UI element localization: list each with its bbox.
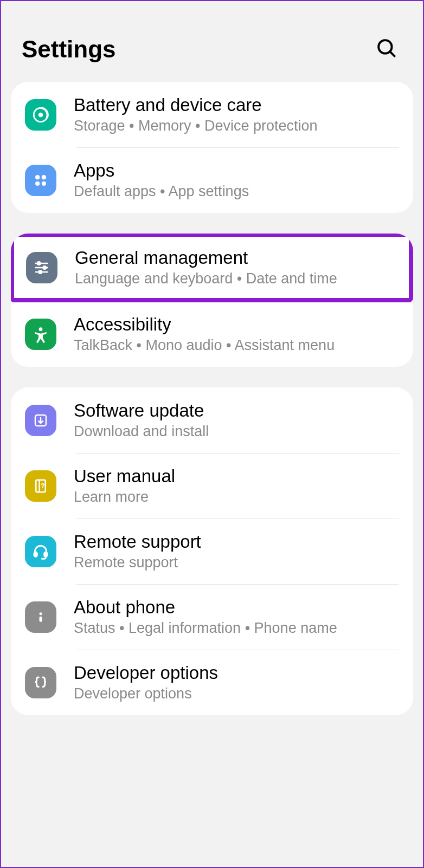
search-button[interactable] — [371, 33, 402, 66]
item-text: User manual Learn more — [74, 466, 399, 506]
svg-point-3 — [38, 112, 43, 117]
item-subtitle: Storage • Memory • Device protection — [74, 118, 399, 134]
manual-icon: ? — [25, 470, 56, 502]
item-title: Accessibility — [74, 314, 399, 335]
item-title: General management — [75, 248, 397, 268]
item-battery-device-care[interactable]: Battery and device care Storage • Memory… — [11, 82, 413, 147]
item-subtitle: Default apps • App settings — [74, 183, 399, 200]
item-title: Remote support — [74, 532, 399, 552]
item-title: Developer options — [74, 663, 399, 683]
svg-rect-20 — [44, 552, 47, 556]
item-about-phone[interactable]: About phone Status • Legal information •… — [11, 584, 413, 650]
page-title: Settings — [22, 36, 116, 63]
item-subtitle: Learn more — [74, 489, 399, 506]
item-accessibility[interactable]: Accessibility TalkBack • Mono audio • As… — [11, 301, 413, 367]
item-subtitle: Download and install — [74, 423, 399, 440]
item-title: Battery and device care — [74, 95, 399, 115]
item-subtitle: Status • Legal information • Phone name — [74, 620, 399, 637]
item-title: Apps — [74, 160, 399, 181]
settings-group: General management Language and keyboard… — [11, 234, 413, 367]
item-title: About phone — [74, 597, 399, 618]
svg-point-11 — [37, 262, 40, 264]
item-text: Apps Default apps • App settings — [74, 160, 399, 200]
svg-point-6 — [35, 181, 40, 185]
svg-rect-23 — [40, 616, 42, 621]
item-apps[interactable]: Apps Default apps • App settings — [11, 147, 413, 213]
item-text: Remote support Remote support — [74, 532, 399, 571]
item-subtitle: TalkBack • Mono audio • Assistant menu — [74, 337, 399, 354]
svg-line-1 — [390, 52, 395, 57]
svg-point-13 — [39, 270, 42, 273]
svg-text:?: ? — [41, 482, 45, 489]
search-icon — [375, 37, 398, 60]
item-text: Battery and device care Storage • Memory… — [74, 95, 399, 134]
item-subtitle: Developer options — [74, 685, 399, 702]
item-text: Accessibility TalkBack • Mono audio • As… — [74, 314, 399, 354]
svg-point-4 — [35, 175, 40, 179]
item-developer-options[interactable]: Developer options Developer options — [11, 650, 413, 715]
item-text: General management Language and keyboard… — [75, 248, 397, 287]
sliders-icon — [26, 252, 57, 283]
svg-point-22 — [40, 612, 42, 615]
item-subtitle: Remote support — [74, 554, 399, 571]
header: Settings — [11, 11, 413, 82]
svg-point-5 — [42, 175, 46, 179]
svg-point-0 — [378, 40, 392, 54]
item-text: Developer options Developer options — [74, 663, 399, 702]
item-text: About phone Status • Legal information •… — [74, 597, 399, 637]
svg-point-12 — [43, 266, 46, 269]
item-title: User manual — [74, 466, 399, 487]
item-general-management[interactable]: General management Language and keyboard… — [14, 237, 409, 298]
svg-rect-19 — [34, 552, 37, 556]
info-icon — [25, 601, 56, 633]
settings-group: Battery and device care Storage • Memory… — [11, 82, 413, 213]
svg-point-14 — [39, 327, 43, 331]
highlight-general-management: General management Language and keyboard… — [11, 234, 413, 302]
item-software-update[interactable]: Software update Download and install — [11, 387, 413, 453]
svg-point-7 — [42, 181, 46, 185]
item-subtitle: Language and keyboard • Date and time — [75, 270, 397, 287]
update-icon — [25, 405, 56, 436]
item-title: Software update — [74, 400, 399, 421]
item-user-manual[interactable]: ? User manual Learn more — [11, 453, 413, 519]
headset-icon — [25, 536, 56, 567]
item-text: Software update Download and install — [74, 400, 399, 440]
braces-icon — [25, 667, 56, 698]
accessibility-icon — [25, 319, 56, 350]
settings-group: Software update Download and install ? U… — [11, 387, 413, 715]
item-remote-support[interactable]: Remote support Remote support — [11, 519, 413, 584]
apps-icon — [25, 165, 56, 196]
device-care-icon — [25, 99, 56, 131]
